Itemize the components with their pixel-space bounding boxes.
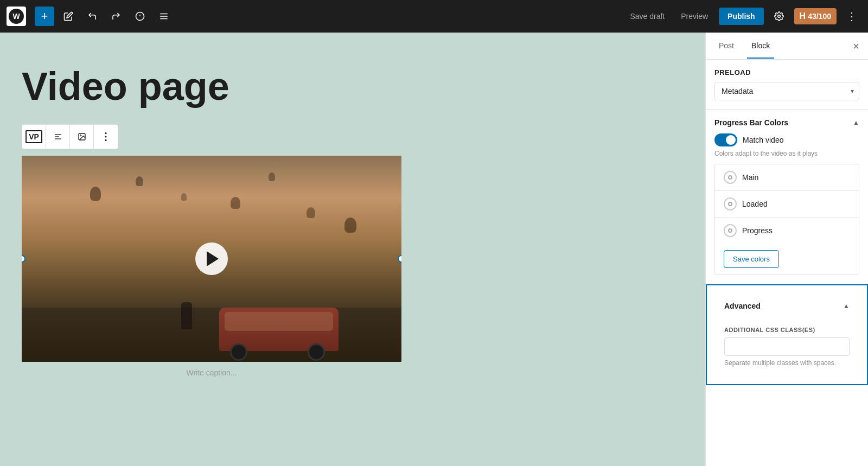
wp-logo[interactable]: W	[7, 7, 26, 26]
match-video-description: Colors adapt to the video as it plays	[714, 150, 859, 157]
info-button[interactable]	[130, 7, 150, 26]
person-silhouette	[181, 302, 192, 329]
css-class-hint: Separate multiple classes with spaces.	[724, 359, 850, 367]
toolbar-right: Save draft Preview Publish H 43/100 ⋮	[624, 7, 861, 26]
wp-logo-icon: W	[9, 9, 24, 24]
color-option-loaded[interactable]: Loaded	[715, 191, 859, 218]
balloon-5	[307, 207, 315, 218]
play-button[interactable]	[195, 242, 228, 275]
loaded-color-label: Loaded	[742, 200, 768, 208]
main-toolbar: W + Save draft Preview Publish H 43/100 …	[0, 0, 868, 33]
align-button[interactable]	[46, 125, 70, 149]
van-body	[219, 308, 339, 351]
save-draft-button[interactable]: Save draft	[624, 9, 670, 24]
balloon-7	[181, 193, 187, 201]
color-option-progress[interactable]: Progress	[715, 218, 859, 244]
progress-bar-colors-title: Progress Bar Colors	[714, 118, 788, 127]
sidebar-close-button[interactable]: ×	[853, 41, 859, 52]
headings-score: 43/100	[808, 12, 831, 21]
wheel-left	[230, 343, 247, 361]
advanced-content: ADDITIONAL CSS CLASS(ES) Separate multip…	[716, 318, 858, 375]
more-block-options-button[interactable]	[94, 125, 118, 149]
wheel-right	[308, 343, 325, 361]
balloon-6	[344, 218, 356, 233]
match-video-label: Match video	[743, 136, 783, 144]
color-option-main[interactable]: Main	[715, 164, 859, 191]
color-options-panel: Main Loaded Progress Save colors	[714, 164, 859, 275]
advanced-title: Advanced	[724, 302, 761, 310]
match-video-toggle[interactable]	[714, 133, 737, 146]
preload-title: PRELOAD	[714, 68, 859, 76]
page-title[interactable]: Video page	[22, 65, 401, 108]
progress-color-label: Progress	[742, 226, 773, 235]
headings-score-button[interactable]: H 43/100	[794, 8, 837, 24]
main-color-label: Main	[742, 173, 758, 182]
match-video-row: Match video	[714, 133, 859, 146]
css-class-input[interactable]	[724, 337, 850, 356]
resize-handle-right[interactable]	[398, 255, 401, 263]
progress-bar-colors-section: Progress Bar Colors ▲ Match video Colors…	[706, 110, 868, 284]
balloon-4	[269, 173, 275, 181]
vp-block-button[interactable]: VP	[22, 125, 46, 149]
css-class-label: ADDITIONAL CSS CLASS(ES)	[724, 327, 850, 333]
add-block-button[interactable]: +	[35, 7, 54, 26]
balloon-1	[90, 187, 101, 201]
publish-button[interactable]: Publish	[719, 8, 764, 25]
h-icon: H	[800, 11, 806, 21]
tab-block[interactable]: Block	[747, 34, 774, 59]
tab-post[interactable]: Post	[714, 34, 738, 59]
progress-bar-colors-toggle[interactable]: ▲	[853, 119, 859, 126]
progress-color-circle-inner	[728, 228, 732, 233]
vp-icon: VP	[25, 130, 42, 143]
svg-point-11	[80, 135, 81, 136]
settings-button[interactable]	[769, 7, 789, 26]
progress-color-circle	[724, 224, 737, 237]
van-window	[225, 312, 333, 331]
editor-area: Video page VP	[0, 33, 705, 466]
block-toolbar: VP	[22, 124, 118, 149]
svg-point-13	[105, 136, 106, 138]
ground	[22, 308, 401, 362]
svg-point-6	[777, 15, 780, 18]
redo-button[interactable]	[106, 7, 126, 26]
video-thumbnail[interactable]	[22, 156, 401, 362]
sidebar: Post Block × PRELOAD None Metadata Auto …	[705, 33, 868, 466]
sidebar-header: Post Block ×	[706, 33, 868, 60]
undo-button[interactable]	[82, 7, 102, 26]
loaded-color-circle-inner	[728, 202, 732, 206]
balloon-2	[136, 176, 143, 186]
main-color-circle-inner	[728, 175, 732, 180]
preload-select-wrapper: None Metadata Auto ▾	[714, 82, 859, 100]
main-color-circle	[724, 171, 737, 184]
balloon-3	[231, 197, 240, 209]
preview-button[interactable]: Preview	[675, 9, 713, 24]
progress-bar-colors-header[interactable]: Progress Bar Colors ▲	[714, 118, 859, 127]
more-options-button[interactable]: ⋮	[842, 7, 861, 26]
edit-tool-button[interactable]	[59, 7, 78, 26]
list-view-button[interactable]	[154, 7, 174, 26]
advanced-section: Advanced ▲ ADDITIONAL CSS CLASS(ES) Sepa…	[706, 284, 868, 385]
svg-point-14	[105, 139, 106, 141]
video-container: Write caption...	[22, 156, 401, 377]
video-caption[interactable]: Write caption...	[22, 368, 401, 377]
save-colors-button[interactable]: Save colors	[724, 250, 779, 268]
loaded-color-circle	[724, 197, 737, 210]
preload-section: PRELOAD None Metadata Auto ▾	[706, 60, 868, 110]
svg-point-12	[105, 132, 106, 134]
advanced-header[interactable]: Advanced ▲	[716, 294, 858, 318]
preload-select[interactable]: None Metadata Auto	[714, 82, 859, 100]
main-layout: Video page VP	[0, 33, 868, 466]
advanced-toggle[interactable]: ▲	[843, 302, 850, 310]
image-button[interactable]	[70, 125, 94, 149]
